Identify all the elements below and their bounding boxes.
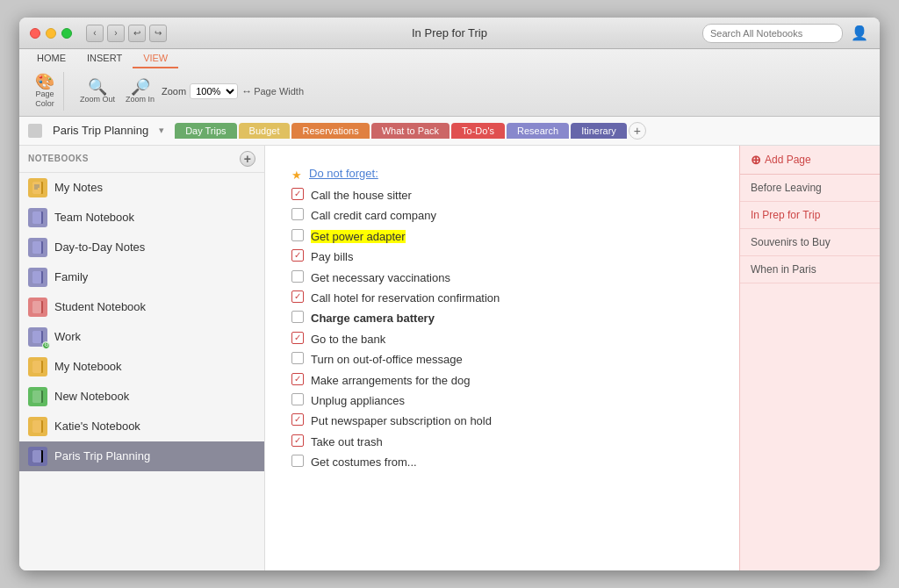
right-panel: ⊕ Add Page Before Leaving In Prep for Tr… [739, 146, 880, 570]
notebook-icon-team [28, 208, 47, 227]
tab-todos[interactable]: To-Do's [451, 123, 505, 139]
minimize-button[interactable] [46, 28, 56, 39]
add-notebook-button[interactable]: + [240, 151, 255, 167]
todo-item-5: Get necessary vaccinations [291, 268, 713, 288]
notebook-label-katies-notebook: Katie's Notebook [54, 419, 140, 433]
page-width-label: Page Width [254, 86, 304, 97]
notebook-item-team[interactable]: Team Notebook [19, 203, 264, 233]
svg-rect-6 [32, 212, 41, 224]
page-item-souvenirs[interactable]: Souvenirs to Buy [740, 229, 880, 256]
ribbon-tab-bar: HOME INSERT VIEW [19, 49, 880, 68]
checkbox-4[interactable]: ✓ [291, 249, 304, 262]
undo-button[interactable]: ↩ [128, 25, 146, 42]
zoom-out-button[interactable]: 🔍 Zoom Out [76, 77, 119, 105]
title-bar: ‹ › ↩ ↪ In Prep for Trip 👤 [19, 18, 880, 49]
checkbox-5[interactable] [291, 270, 304, 283]
redo-button[interactable]: ↪ [149, 25, 167, 42]
checkmark-icon-10: ✓ [294, 371, 301, 387]
forward-button[interactable]: › [107, 25, 125, 42]
todo-item-1: ✓ Call the house sitter [291, 185, 713, 205]
notebook-item-my-notes[interactable]: My Notes [19, 173, 264, 203]
page-item-in-prep-for-trip[interactable]: In Prep for Trip [740, 202, 880, 229]
notebook-icon-my-notebook [28, 357, 47, 376]
todo-item-2: Call credit card company [291, 205, 713, 226]
todo-text-6: Call hotel for reservation confirmation [311, 288, 500, 308]
tab-day-trips[interactable]: Day Trips [175, 123, 236, 139]
tab-view[interactable]: VIEW [133, 49, 178, 68]
todo-item-7: Charge camera battery [291, 308, 713, 328]
add-page-label: Add Page [765, 154, 811, 166]
notebook-label-family: Family [54, 270, 88, 283]
svg-rect-12 [32, 301, 41, 313]
notebook-item-day-to-day[interactable]: Day-to-Day Notes [19, 233, 264, 262]
page-color-button[interactable]: 🎨 Page Color [32, 72, 58, 111]
tab-home[interactable]: HOME [26, 49, 76, 68]
notebook-icon-katies-notebook [28, 417, 47, 436]
add-page-button[interactable]: ⊕ Add Page [740, 146, 880, 175]
todo-text-10: Make arrangements for the dog [311, 370, 470, 391]
do-not-forget-link[interactable]: Do not forget: [309, 167, 378, 180]
maximize-button[interactable] [61, 28, 72, 39]
notebook-list: My Notes Team Notebook Day-to-Day Notes [19, 173, 264, 570]
add-tab-button[interactable]: + [629, 122, 646, 140]
todo-item-8: ✓ Go to the bank [291, 329, 713, 349]
window-title: In Prep for Trip [412, 26, 487, 39]
checkbox-3[interactable] [291, 229, 304, 241]
tab-research[interactable]: Research [507, 123, 569, 139]
notebook-item-my-notebook[interactable]: My Notebook [19, 352, 264, 382]
notebook-item-student[interactable]: Student Notebook [19, 292, 264, 322]
notebook-item-work[interactable]: ⚙ Work [19, 322, 264, 352]
notebook-item-family[interactable]: Family [19, 262, 264, 292]
todo-text-12: Put newspaper subscription on hold [311, 411, 492, 431]
checkbox-7[interactable] [291, 311, 304, 323]
search-input[interactable] [702, 24, 843, 43]
checkbox-11[interactable] [291, 393, 304, 405]
tab-reservations[interactable]: Reservations [291, 123, 369, 139]
user-icon[interactable]: 👤 [850, 24, 869, 43]
window-controls [30, 28, 72, 39]
checkbox-14[interactable] [291, 455, 304, 467]
tab-budget[interactable]: Budget [239, 123, 291, 139]
svg-rect-16 [32, 361, 41, 373]
checkbox-9[interactable] [291, 352, 304, 364]
todo-text-0: Do not forget: [309, 163, 378, 183]
checkbox-1[interactable]: ✓ [291, 188, 304, 200]
ribbon: HOME INSERT VIEW 🎨 Page Color 🔍 Zoom Out… [19, 49, 880, 117]
checkbox-8[interactable]: ✓ [291, 332, 304, 344]
tab-what-to-pack[interactable]: What to Pack [371, 123, 450, 139]
svg-rect-14 [32, 331, 41, 343]
page-width-button[interactable]: ↔ Page Width [241, 85, 304, 97]
checkbox-12[interactable]: ✓ [291, 413, 304, 426]
bold-charge-camera: Charge camera battery [311, 312, 435, 325]
checkmark-icon-12: ✓ [294, 412, 301, 427]
tab-insert[interactable]: INSERT [76, 49, 133, 68]
todo-item-12: ✓ Put newspaper subscription on hold [291, 411, 713, 431]
search-bar: 👤 [702, 24, 869, 43]
ribbon-group-zoom: 🔍 Zoom Out 🔎 Zoom In Zoom 100% 75% 125% … [71, 77, 309, 105]
todo-text-4: Pay bills [311, 247, 353, 267]
close-button[interactable] [30, 28, 40, 39]
checkbox-2[interactable] [291, 208, 304, 220]
notebook-small-icon [28, 124, 42, 138]
svg-rect-22 [32, 450, 41, 463]
notebook-icon-family [28, 268, 47, 287]
todo-text-3: Get power adapter [311, 226, 406, 247]
checkbox-10[interactable]: ✓ [291, 373, 304, 385]
notebook-item-new-notebook[interactable]: New Notebook [19, 382, 264, 412]
notebook-icon-my-notes [28, 178, 47, 197]
todo-item-13: ✓ Take out trash [291, 432, 713, 452]
checkbox-6[interactable]: ✓ [291, 290, 304, 303]
notebook-item-paris-trip[interactable]: Paris Trip Planning [19, 441, 264, 471]
checkbox-13[interactable]: ✓ [291, 434, 304, 447]
notebook-item-katies-notebook[interactable]: Katie's Notebook [19, 412, 264, 441]
notebook-dropdown-icon[interactable]: ▾ [159, 125, 164, 136]
page-item-when-in-paris[interactable]: When in Paris [740, 256, 880, 283]
page-item-before-leaving[interactable]: Before Leaving [740, 175, 880, 202]
zoom-in-button[interactable]: 🔎 Zoom In [122, 77, 158, 105]
tab-itinerary[interactable]: Itinerary [571, 123, 627, 139]
zoom-select[interactable]: 100% 75% 125% 150% [190, 83, 238, 99]
notebook-title[interactable]: Paris Trip Planning [53, 124, 148, 137]
back-button[interactable]: ‹ [86, 25, 104, 42]
todo-text-14: Get costumes from... [311, 452, 417, 472]
notebook-icon-day-to-day [28, 238, 47, 257]
